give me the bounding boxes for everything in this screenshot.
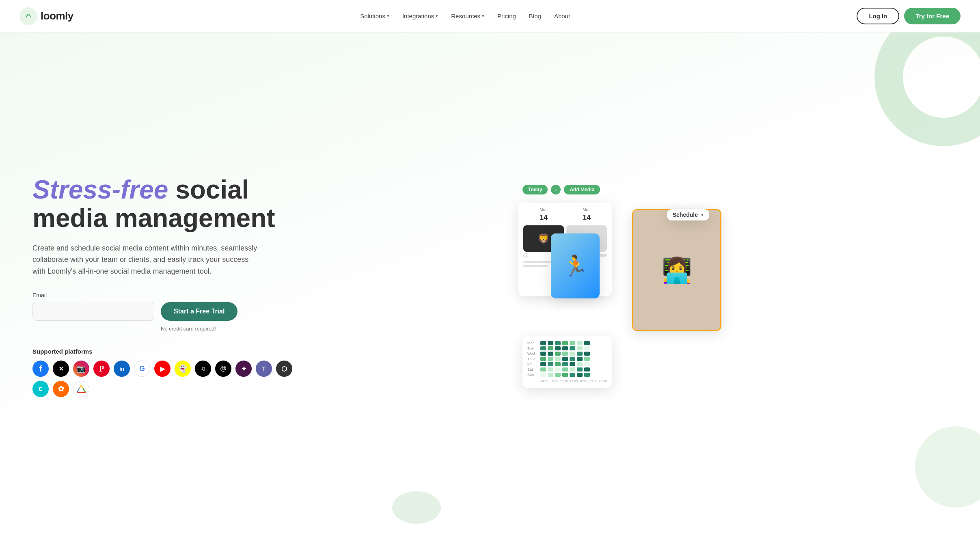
platform-slack: ✦ xyxy=(235,361,252,377)
hm-row-tue: Tue xyxy=(527,346,607,350)
chevron-down-icon: ▾ xyxy=(436,13,438,19)
deco-circle-2 xyxy=(915,426,980,508)
hm-row-mon: Mon xyxy=(527,341,607,345)
logo-wordmark: loomly xyxy=(41,10,73,22)
cal-header-buttons: Today › Add Media xyxy=(522,185,600,194)
platform-threads: @ xyxy=(215,361,231,377)
schedule-label: Schedule xyxy=(673,212,698,218)
svg-line-5 xyxy=(77,388,80,393)
svg-point-1 xyxy=(27,15,28,16)
platform-pinterest: P xyxy=(93,361,110,377)
hero-subtext: Create and schedule social media content… xyxy=(32,242,260,277)
svg-point-0 xyxy=(24,11,33,21)
mockup-container: Today › Add Media Mon 14 🦁 ⊙ xyxy=(518,185,721,388)
schedule-card: Schedule ▾ xyxy=(667,209,709,220)
hero-mockup: Today › Add Media Mon 14 🦁 ⊙ xyxy=(292,185,948,388)
nav-actions: Log In Try for Free xyxy=(857,8,961,24)
platform-snapchat: 👻 xyxy=(175,361,191,377)
nav-links: Solutions ▾ Integrations ▾ Resources ▾ P… xyxy=(355,9,575,23)
email-label: Email xyxy=(32,292,292,298)
hm-row-sun: Sun xyxy=(527,373,607,377)
supported-platforms: Supported platforms f ✕ 📷 P in G ▶ 👻 ♫ xyxy=(32,348,292,397)
next-arrow-button[interactable]: › xyxy=(551,185,561,194)
heatmap-card: Mon Tue xyxy=(522,336,612,388)
email-row: Start a Free Trial xyxy=(32,302,292,321)
svg-point-2 xyxy=(29,15,30,16)
platforms-icons: f ✕ 📷 P in G ▶ 👻 ♫ @ ✦ xyxy=(32,361,292,397)
navbar: loomly Solutions ▾ Integrations ▾ Resour… xyxy=(0,0,980,32)
hero-content: Stress-free social media management Crea… xyxy=(32,175,292,397)
hm-row-thur: Thur xyxy=(527,357,607,361)
jump-photo-inner: 🏃 xyxy=(551,233,600,298)
email-input[interactable] xyxy=(32,302,154,321)
nav-pricing[interactable]: Pricing xyxy=(492,9,521,23)
no-credit-text: No credit card required! xyxy=(161,326,292,332)
deco-circle-1 xyxy=(874,32,980,146)
hero-section: Stress-free social media management Crea… xyxy=(0,32,980,540)
platforms-label: Supported platforms xyxy=(32,348,292,355)
platform-buffer: ⬡ xyxy=(276,361,292,377)
nav-resources[interactable]: Resources ▾ xyxy=(446,9,489,23)
logo-link[interactable]: loomly xyxy=(19,7,73,25)
chevron-down-icon: ▾ xyxy=(482,13,484,19)
start-trial-button[interactable]: Start a Free Trial xyxy=(161,302,237,321)
hm-row-fri: Fri xyxy=(527,362,607,366)
platform-x: ✕ xyxy=(53,361,69,377)
platform-canva: C xyxy=(32,381,49,397)
hm-row-sat: Sat xyxy=(527,367,607,372)
try-free-button[interactable]: Try for Free xyxy=(904,8,961,24)
hero-heading: Stress-free social media management xyxy=(32,175,292,233)
platform-teams: T xyxy=(256,361,272,377)
photo-inner: 👩‍💻 xyxy=(633,210,720,330)
nav-integrations[interactable]: Integrations ▾ xyxy=(397,9,443,23)
hm-row-wed: Wed xyxy=(527,352,607,356)
nav-blog[interactable]: Blog xyxy=(524,9,546,23)
platform-google: G xyxy=(134,361,150,377)
chevron-down-icon: ▾ xyxy=(387,13,389,19)
today-button[interactable]: Today xyxy=(522,185,548,194)
schedule-chevron-icon: ▾ xyxy=(701,212,704,218)
platform-linkedin: in xyxy=(114,361,130,377)
jump-photo-card: 🏃 xyxy=(551,233,600,298)
svg-line-6 xyxy=(83,388,86,393)
nav-solutions[interactable]: Solutions ▾ xyxy=(355,9,394,23)
platform-flick: ✿ xyxy=(53,381,69,397)
heatmap-rows: Mon Tue xyxy=(527,341,607,377)
platform-tiktok: ♫ xyxy=(195,361,211,377)
nav-about[interactable]: About xyxy=(549,9,575,23)
platform-gdrive xyxy=(73,381,89,397)
login-button[interactable]: Log In xyxy=(857,8,899,24)
add-media-button[interactable]: Add Media xyxy=(564,185,600,194)
platform-facebook: f xyxy=(32,361,49,377)
platform-youtube: ▶ xyxy=(154,361,171,377)
platform-instagram: 📷 xyxy=(73,361,89,377)
main-photo-card: 👩‍💻 xyxy=(632,209,721,331)
heading-italic: Stress-free xyxy=(32,175,168,204)
deco-blob xyxy=(392,491,441,524)
logo-icon xyxy=(19,7,37,25)
heatmap-footer: 14:00 15:00 16:00 17:00 18:00 19:00 20:0… xyxy=(527,379,607,383)
svg-marker-3 xyxy=(77,385,86,393)
